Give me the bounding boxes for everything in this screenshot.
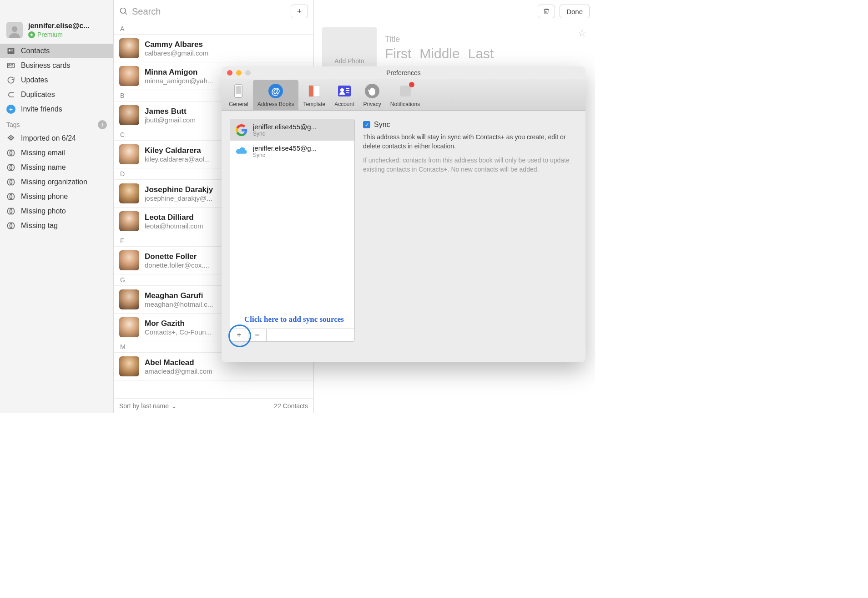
sidebar-item-label: Invite friends — [21, 105, 62, 113]
contact-count-label: 22 Contacts — [274, 402, 308, 410]
sidebar-tag-missing-email[interactable]: Missing email — [0, 146, 113, 160]
pref-tab-account[interactable]: Account — [330, 80, 358, 110]
pref-tab-label: Template — [303, 101, 325, 107]
address-book-item[interactable]: jeniffer.elise455@g...Sync — [230, 119, 354, 141]
sync-note: If unchecked: contacts from this address… — [363, 156, 577, 174]
contact-avatar — [119, 105, 139, 125]
missing-icon — [6, 177, 15, 187]
sidebar-tag-label: Missing phone — [21, 193, 68, 201]
contact-name: Josephine Darakjy — [145, 185, 213, 194]
sidebar-tags: Imported on 6/24Missing emailMissing nam… — [0, 131, 113, 233]
sync-checkbox-row[interactable]: ✓ Sync — [363, 121, 577, 129]
add-tag-button[interactable]: + — [98, 120, 107, 129]
close-icon[interactable] — [227, 70, 232, 76]
svg-point-31 — [340, 88, 344, 92]
missing-icon — [6, 192, 15, 201]
sidebar-tag-label: Imported on 6/24 — [21, 134, 76, 142]
contact-secondary: leota@hotmail.com — [145, 222, 203, 230]
title-input[interactable]: Title — [385, 35, 570, 44]
address-book-item[interactable]: jeniffer.elise455@g...Sync — [230, 141, 354, 162]
annotation-text: Click here to add sync sources — [238, 314, 350, 325]
contacts-icon — [6, 46, 15, 56]
preferences-body: jeniffer.elise455@g...Syncjeniffer.elise… — [222, 111, 585, 362]
pref-tab-label: Address Books — [257, 101, 294, 107]
address-book-text: jeniffer.elise455@g...Sync — [253, 144, 317, 158]
pref-tab-template[interactable]: Template — [298, 80, 330, 110]
sidebar-item-invite-friends[interactable]: +Invite friends — [0, 102, 113, 117]
contact-avatar — [119, 289, 139, 309]
contact-list-footer: Sort by last name ⌄ 22 Contacts — [114, 398, 313, 413]
add-address-book-button[interactable]: + — [230, 329, 248, 341]
middle-name-input[interactable]: Middle — [419, 46, 459, 61]
done-button[interactable]: Done — [560, 5, 590, 18]
contact-secondary: meaghan@hotmail.c... — [145, 300, 213, 308]
contact-info: Leota Dilliardleota@hotmail.com — [145, 213, 203, 230]
sidebar-item-contacts[interactable]: Contacts — [0, 44, 113, 58]
contact-secondary: kiley.caldarera@aol... — [145, 155, 210, 163]
contact-name: Donette Foller — [145, 252, 209, 261]
address-book-sub: Sync — [253, 131, 317, 137]
general-icon — [230, 83, 247, 99]
last-name-input[interactable]: Last — [468, 46, 494, 61]
preferences-titlebar: Preferences — [222, 66, 585, 79]
favorite-star-icon[interactable]: ☆ — [578, 27, 587, 39]
sidebar-item-updates[interactable]: Updates — [0, 73, 113, 87]
sidebar-item-label: Business cards — [21, 61, 71, 70]
svg-rect-36 — [400, 86, 411, 96]
pref-tab-label: Account — [334, 101, 354, 107]
trash-icon — [543, 8, 550, 15]
minimize-icon[interactable] — [236, 70, 242, 76]
contact-secondary: donette.foller@cox.... — [145, 261, 209, 269]
svg-point-9 — [10, 137, 12, 138]
contact-row[interactable]: Cammy Albarescalbares@gmail.com — [114, 35, 313, 62]
sidebar-user[interactable]: jennifer.elise@c... ★ Premium — [0, 17, 113, 44]
sidebar-tag-missing-photo[interactable]: Missing photo — [0, 204, 113, 218]
delete-button[interactable] — [538, 5, 555, 18]
pref-tab-general[interactable]: General — [224, 80, 253, 110]
first-name-input[interactable]: First — [385, 46, 411, 61]
contact-info: Kiley Caldarerakiley.caldarera@aol... — [145, 146, 210, 163]
sync-checkbox[interactable]: ✓ — [363, 121, 370, 128]
sidebar-tag-missing-phone[interactable]: Missing phone — [0, 189, 113, 204]
contact-name: James Butt — [145, 107, 196, 116]
svg-rect-25 — [236, 86, 241, 94]
account-icon — [336, 83, 353, 99]
contact-avatar — [119, 144, 139, 164]
contact-name: Abel Maclead — [145, 358, 212, 367]
pref-tab-label: Notifications — [390, 101, 420, 107]
duplicates-icon — [6, 90, 15, 99]
sidebar-tag-missing-tag[interactable]: Missing tag — [0, 218, 113, 233]
add-contact-button[interactable]: + — [291, 5, 308, 18]
svg-point-0 — [12, 26, 18, 32]
sidebar-tag-imported-on-6-24[interactable]: Imported on 6/24 — [0, 131, 113, 146]
sidebar-item-duplicates[interactable]: Duplicates — [0, 87, 113, 102]
business-card-icon — [6, 61, 15, 70]
contact-secondary: josephine_darakjy@... — [145, 194, 213, 202]
contact-info: Donette Follerdonette.foller@cox.... — [145, 252, 209, 269]
invite-icon: + — [6, 105, 15, 114]
section-header: A — [114, 23, 313, 35]
sidebar-item-business-cards[interactable]: Business cards — [0, 58, 113, 73]
zoom-icon[interactable] — [245, 70, 251, 76]
search-input[interactable]: Search — [119, 6, 287, 17]
name-fields: Title First Middle Last — [385, 35, 570, 61]
sidebar-tag-missing-organization[interactable]: Missing organization — [0, 175, 113, 189]
sidebar-item-label: Duplicates — [21, 91, 55, 99]
sort-dropdown[interactable]: Sort by last name ⌄ — [119, 402, 177, 410]
pref-tab-notifications[interactable]: Notifications — [386, 80, 424, 110]
add-photo-button[interactable]: Add Photo — [322, 27, 377, 68]
pref-tab-privacy[interactable]: Privacy — [358, 80, 385, 110]
contact-name: Minna Amigon — [145, 68, 213, 77]
template-icon — [306, 83, 323, 99]
remove-address-book-button[interactable]: − — [248, 329, 267, 341]
preferences-title: Preferences — [386, 69, 420, 76]
contact-secondary: amaclead@gmail.com — [145, 367, 212, 375]
svg-rect-1 — [8, 48, 15, 54]
missing-icon — [6, 221, 15, 230]
pref-tab-address-books[interactable]: @Address Books — [253, 80, 299, 110]
sidebar-tag-missing-name[interactable]: Missing name — [0, 160, 113, 175]
contact-avatar — [119, 317, 139, 337]
premium-badge: ★ Premium — [28, 31, 107, 38]
chevron-down-icon: ⌄ — [172, 402, 177, 410]
contact-info: Josephine Darakjyjosephine_darakjy@... — [145, 185, 213, 202]
